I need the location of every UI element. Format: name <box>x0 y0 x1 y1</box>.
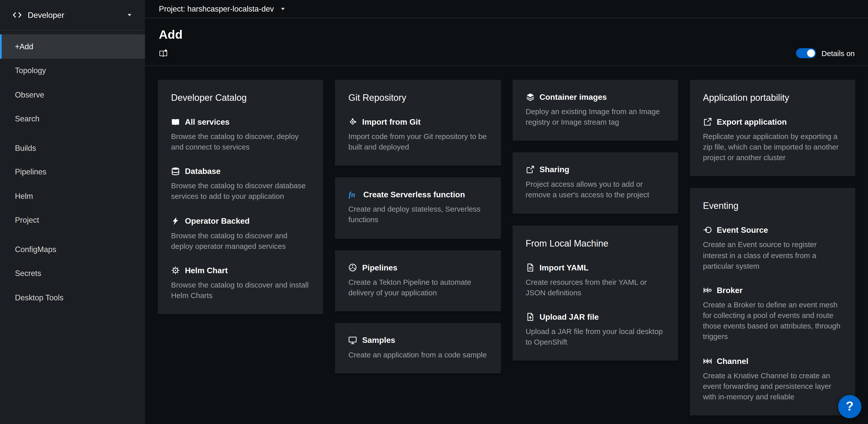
card-column: Git RepositoryImport from GitImport code… <box>335 80 501 373</box>
add-action-sharing[interactable]: SharingProject access allows you to add … <box>526 165 665 200</box>
action-title-row: All services <box>171 117 310 127</box>
quick-starts-icon[interactable] <box>159 49 168 58</box>
add-action-database[interactable]: DatabaseBrowse the catalog to discover d… <box>171 166 310 202</box>
action-label: Container images <box>539 92 607 102</box>
code-icon <box>12 10 22 20</box>
sidebar-item-observe[interactable]: Observe <box>0 82 145 107</box>
action-description: Browse the catalog to discover database … <box>171 181 310 202</box>
add-action-helm-chart[interactable]: Helm ChartBrowse the catalog to discover… <box>171 265 310 301</box>
action-label: Event Source <box>717 225 768 235</box>
pipelines-icon <box>348 263 357 272</box>
perspective-switcher[interactable]: Developer <box>0 0 145 30</box>
fn-icon: fn <box>348 190 359 199</box>
card-eventing: EventingEvent SourceCreate an Event sour… <box>690 188 856 416</box>
project-selector[interactable]: Project: harshcasper-localsta-dev <box>145 0 868 18</box>
add-action-upload-jar-file[interactable]: Upload JAR fileUpload a JAR file from yo… <box>526 312 665 347</box>
sidebar-item-helm[interactable]: Helm <box>0 184 145 208</box>
action-description: Create and deploy stateless, Serverless … <box>348 204 488 225</box>
card-column: Container imagesDeploy an existing Image… <box>513 80 678 361</box>
add-action-event-source[interactable]: Event SourceCreate an Event source to re… <box>703 225 842 272</box>
event-source-icon <box>703 226 712 234</box>
add-action-channel[interactable]: ChannelCreate a Knative Channel to creat… <box>703 356 842 402</box>
add-action-pipelines[interactable]: PipelinesCreate a Tekton Pipeline to aut… <box>348 262 488 298</box>
action-label: Pipelines <box>362 262 397 273</box>
sidebar-item-pipelines[interactable]: Pipelines <box>0 160 145 184</box>
action-label: Broker <box>717 285 743 295</box>
sidebar-item-project[interactable]: Project <box>0 208 145 232</box>
add-action-broker[interactable]: BrokerCreate a Broker to define an event… <box>703 285 842 342</box>
details-switch-group: Details on <box>796 48 855 58</box>
add-action-export-application[interactable]: Export applicationReplicate your applica… <box>703 117 842 163</box>
action-description: Replicate your application by exporting … <box>703 131 842 163</box>
action-description: Browse the catalog to discover and insta… <box>171 280 310 301</box>
card-title: Git Repository <box>348 92 488 103</box>
action-title-row: Container images <box>526 92 665 102</box>
export-icon <box>703 117 712 126</box>
action-title-row: Samples <box>348 335 488 345</box>
main-content: Project: harshcasper-localsta-dev Add De… <box>145 0 868 424</box>
sidebar-item-add[interactable]: +Add <box>0 34 145 59</box>
action-label: Import YAML <box>539 262 588 273</box>
card-git-repository: Git RepositoryImport from GitImport code… <box>335 80 501 166</box>
action-description: Create an application from a code sample <box>348 349 488 360</box>
cards-grid: Developer CatalogAll servicesBrowse the … <box>145 66 868 424</box>
action-description: Project access allows you to add or remo… <box>526 179 665 200</box>
action-label: Sharing <box>539 165 569 175</box>
card-create-serverless-function: fnCreate Serverless functionCreate and d… <box>335 177 501 238</box>
page-header: Add Details on <box>145 18 868 66</box>
database-icon <box>171 167 180 176</box>
action-description: Upload a JAR file from your local deskto… <box>526 326 665 347</box>
broker-icon <box>703 286 712 294</box>
action-label: Helm Chart <box>185 265 228 276</box>
chevron-down-icon <box>126 11 133 18</box>
action-title-row: Import from Git <box>348 117 488 127</box>
card-column: Developer CatalogAll servicesBrowse the … <box>158 80 323 314</box>
card-column: Application portabilityExport applicatio… <box>690 80 856 416</box>
action-title-row: Helm Chart <box>171 265 310 276</box>
page-title: Add <box>159 27 855 43</box>
sidebar-item-builds[interactable]: Builds <box>0 136 145 160</box>
details-toggle[interactable] <box>796 48 816 58</box>
action-label: All services <box>185 117 229 127</box>
svg-text:fn: fn <box>349 191 355 199</box>
sidebar-item-configmaps[interactable]: ConfigMaps <box>0 237 145 261</box>
add-action-operator-backed[interactable]: Operator BackedBrowse the catalog to dis… <box>171 216 310 252</box>
sidebar: Developer +AddTopologyObserveSearchBuild… <box>0 0 145 424</box>
action-title-row: Operator Backed <box>171 216 310 226</box>
sidebar-item-search[interactable]: Search <box>0 107 145 131</box>
details-toggle-label: Details on <box>822 49 855 57</box>
sidebar-item-topology[interactable]: Topology <box>0 59 145 83</box>
action-title-row: Pipelines <box>348 262 488 273</box>
action-label: Create Serverless function <box>363 190 465 200</box>
action-title-row: Sharing <box>526 165 665 175</box>
action-label: Upload JAR file <box>539 312 599 322</box>
action-title-row: Channel <box>703 356 842 366</box>
share-icon <box>526 165 534 174</box>
nav-group: ConfigMapsSecretsDesktop Tools <box>0 237 145 309</box>
perspective-label: Developer <box>28 10 64 19</box>
add-action-import-yaml[interactable]: Import YAMLCreate resources from their Y… <box>526 262 665 298</box>
screen: Developer +AddTopologyObserveSearchBuild… <box>0 0 868 424</box>
project-selector-label: Project: harshcasper-localsta-dev <box>159 4 274 13</box>
add-action-import-from-git[interactable]: Import from GitImport code from your Git… <box>348 117 488 152</box>
sidebar-item-desktop-tools[interactable]: Desktop Tools <box>0 285 145 309</box>
add-action-container-images[interactable]: Container imagesDeploy an existing Image… <box>526 92 665 128</box>
action-label: Export application <box>717 117 787 127</box>
add-action-create-serverless-function[interactable]: fnCreate Serverless functionCreate and d… <box>348 190 488 225</box>
add-action-all-services[interactable]: All servicesBrowse the catalog to discov… <box>171 117 310 152</box>
card-container-images: Container imagesDeploy an existing Image… <box>513 80 678 141</box>
chevron-down-icon <box>280 5 286 12</box>
action-label: Import from Git <box>362 117 421 127</box>
action-description: Deploy an existing Image from an Image r… <box>526 106 665 128</box>
catalog-icon <box>171 117 180 126</box>
card-pipelines: PipelinesCreate a Tekton Pipeline to aut… <box>335 250 501 311</box>
help-button[interactable]: ? <box>838 395 862 418</box>
samples-icon <box>348 336 357 345</box>
card-title: Developer Catalog <box>171 92 310 103</box>
card-title: Eventing <box>703 200 842 211</box>
sidebar-item-secrets[interactable]: Secrets <box>0 261 145 285</box>
layers-icon <box>526 92 534 101</box>
nav-group: +AddTopologyObserveSearch <box>0 34 145 131</box>
add-action-samples[interactable]: SamplesCreate an application from a code… <box>348 335 488 360</box>
action-title-row: Import YAML <box>526 262 665 273</box>
